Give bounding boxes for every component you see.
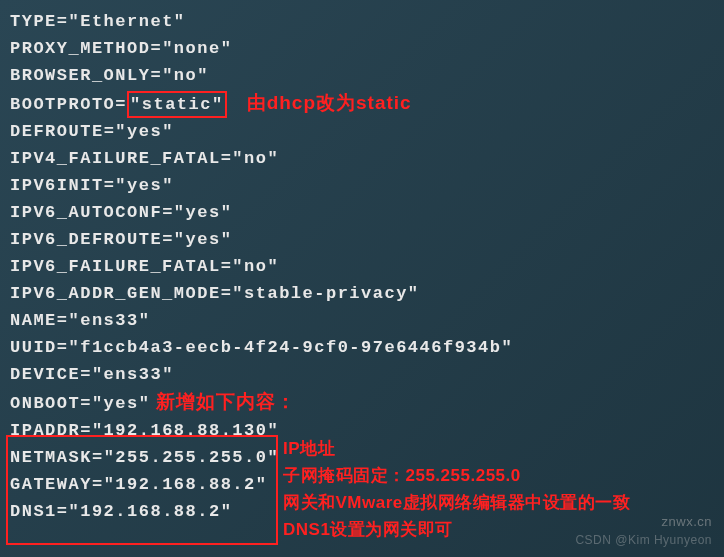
val: "255.255.255.0" (104, 448, 280, 467)
val: "no" (232, 149, 279, 168)
key: PROXY_METHOD (10, 39, 150, 58)
key: IPV6_ADDR_GEN_MODE (10, 284, 221, 303)
config-line-proxy-method: PROXY_METHOD="none" (10, 35, 714, 62)
key: IPV6INIT (10, 176, 104, 195)
highlight-box-static: "static" (127, 91, 227, 118)
val: "ens33" (69, 311, 151, 330)
key: IPV4_FAILURE_FATAL (10, 149, 221, 168)
val: "yes" (174, 203, 233, 222)
val: "none" (162, 39, 232, 58)
val: "f1ccb4a3-eecb-4f24-9cf0-97e6446f934b" (69, 338, 514, 357)
side-annotations: IP地址 子网掩码固定：255.255.255.0 网关和VMware虚拟网络编… (283, 435, 630, 543)
key: IPV6_DEFROUTE (10, 230, 162, 249)
key: BROWSER_ONLY (10, 66, 150, 85)
key: ONBOOT (10, 394, 80, 413)
config-line-ipv6init: IPV6INIT="yes" (10, 172, 714, 199)
key: DNS1 (10, 502, 57, 521)
val: "yes" (92, 394, 151, 413)
val: "yes" (115, 122, 174, 141)
val: "ens33" (92, 365, 174, 384)
key: DEVICE (10, 365, 80, 384)
key: UUID (10, 338, 57, 357)
key: NETMASK (10, 448, 92, 467)
config-line-bootproto: BOOTPROTO="static"由dhcp改为static (10, 89, 714, 118)
config-line-type: TYPE="Ethernet" (10, 8, 714, 35)
watermark-znwx: znwx.cn (662, 514, 712, 529)
config-line-onboot: ONBOOT="yes"新增如下内容： (10, 388, 714, 417)
config-line-defroute: DEFROUTE="yes" (10, 118, 714, 145)
val: "yes" (115, 176, 174, 195)
val: "no" (232, 257, 279, 276)
val: "no" (162, 66, 209, 85)
key: TYPE (10, 12, 57, 31)
val: "192.168.88.2" (104, 475, 268, 494)
key: DEFROUTE (10, 122, 104, 141)
watermark-csdn: CSDN @Kim Hyunyeon (575, 533, 712, 547)
annotation-gateway: 网关和VMware虚拟网络编辑器中设置的一致 (283, 489, 630, 516)
val: "192.168.88.2" (69, 502, 233, 521)
config-line-uuid: UUID="f1ccb4a3-eecb-4f24-9cf0-97e6446f93… (10, 334, 714, 361)
config-line-ipv6-failure-fatal: IPV6_FAILURE_FATAL="no" (10, 253, 714, 280)
val: "Ethernet" (69, 12, 186, 31)
val: "static" (130, 95, 224, 114)
config-line-ipv6-autoconf: IPV6_AUTOCONF="yes" (10, 199, 714, 226)
key: NAME (10, 311, 57, 330)
val: "yes" (174, 230, 233, 249)
annotation-new-section: 新增如下内容： (156, 391, 296, 412)
annotation-ipaddr: IP地址 (283, 435, 630, 462)
key: BOOTPROTO (10, 95, 115, 114)
key: IPV6_FAILURE_FATAL (10, 257, 221, 276)
key: IPADDR (10, 421, 80, 440)
config-line-name: NAME="ens33" (10, 307, 714, 334)
config-line-device: DEVICE="ens33" (10, 361, 714, 388)
key: IPV6_AUTOCONF (10, 203, 162, 222)
annotation-bootproto: 由dhcp改为static (247, 92, 412, 113)
config-line-ipv6-defroute: IPV6_DEFROUTE="yes" (10, 226, 714, 253)
val: "stable-privacy" (232, 284, 419, 303)
config-line-ipv6-addr-gen-mode: IPV6_ADDR_GEN_MODE="stable-privacy" (10, 280, 714, 307)
val: "192.168.88.130" (92, 421, 279, 440)
config-line-browser-only: BROWSER_ONLY="no" (10, 62, 714, 89)
annotation-netmask: 子网掩码固定：255.255.255.0 (283, 462, 630, 489)
key: GATEWAY (10, 475, 92, 494)
config-line-ipv4-failure-fatal: IPV4_FAILURE_FATAL="no" (10, 145, 714, 172)
